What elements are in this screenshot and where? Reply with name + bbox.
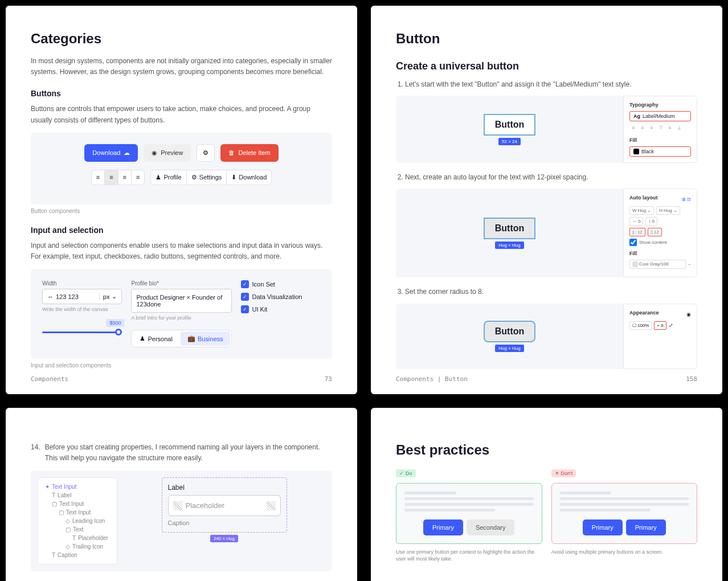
radius-field[interactable]: ⌐ 8 [654, 321, 666, 330]
appearance-panel: Appearance◉ ☐ 100%⌐ 8⤢ [623, 304, 697, 369]
footer-page-number: 158 [686, 375, 697, 383]
check-icon: ✓ [241, 293, 249, 301]
size-badge: 240 × Hug [210, 535, 238, 542]
text-style-field[interactable]: Ag Label/Medium [629, 111, 691, 121]
page-footer: Components | Button 158 [396, 375, 697, 383]
align-top-icon[interactable]: ⊤ [657, 124, 665, 132]
gear-icon: ⚙ [203, 149, 208, 157]
page-button: Button Create a universal button Let's s… [371, 6, 722, 394]
align-bottom-icon[interactable]: ⊥ [675, 124, 683, 132]
visibility-icon[interactable]: ◉ [686, 312, 691, 317]
account-type-tabs: ♟Personal 💼Business [131, 330, 231, 347]
width-input[interactable]: ↔ 123 123 px ⌄ [42, 289, 122, 304]
align-justify-button[interactable]: ≡ [132, 170, 144, 185]
button-preview: Button [484, 218, 536, 239]
business-tab[interactable]: 💼Business [181, 332, 230, 346]
opacity-field[interactable]: ☐ 100% [629, 321, 652, 330]
primary-button-duplicate[interactable]: Primary [626, 519, 666, 535]
step-number: 14. [31, 442, 40, 464]
page-footer: Components 73 [31, 375, 332, 383]
primary-button[interactable]: Primary [423, 519, 463, 535]
tree-item[interactable]: ▢ Text [43, 525, 112, 534]
layout-icons[interactable]: ⊞ ⊡ [682, 197, 691, 202]
do-badge: ✓ Do [396, 469, 416, 477]
secondary-button[interactable]: Secondary [467, 519, 515, 535]
tree-item[interactable]: T Placeholder [43, 534, 112, 542]
step-14: Before you start creating properties, I … [45, 442, 332, 464]
width-hug[interactable]: W Hug ⌄ [629, 206, 654, 215]
input-caption: Input and selection components [31, 362, 332, 369]
page-title: Best practices [396, 442, 697, 458]
page-categories: Categories In most design systems, compo… [6, 6, 357, 394]
checkbox-icon-set[interactable]: ✓Icon Set [241, 280, 321, 288]
user-icon: ♟ [156, 174, 161, 181]
size-badge: Hug × Hug [495, 242, 523, 249]
size-badge: 52 × 24 [498, 138, 521, 145]
bio-textarea[interactable]: Product Designer × Founder of 123done [131, 289, 231, 313]
align-left-icon: ≡ [96, 174, 100, 181]
align-segment-group: ≡ ≡ ≡ ≡ [91, 170, 145, 185]
primary-button[interactable]: Primary [583, 519, 623, 535]
layers-demo: ✦ Text Input T Label ▢ Text Input ▢ Text… [31, 470, 332, 571]
settings-icon-button[interactable]: ⚙ [197, 144, 215, 162]
fill-field[interactable]: Black [629, 146, 691, 157]
step-3: Set the corner radius to 8. [405, 287, 697, 297]
align-left-button[interactable]: ≡ [92, 170, 105, 185]
expand-icon[interactable]: ⤢ [669, 322, 673, 328]
profile-tab[interactable]: ♟Profile [151, 170, 186, 185]
leading-icon-placeholder [173, 501, 182, 510]
checkbox-ui-kit[interactable]: ✓UI Kit [241, 305, 321, 313]
download-button[interactable]: Download ☁ [84, 144, 138, 162]
nav-segment-group: ♟Profile ⚙Settings ⬇Download [150, 170, 272, 185]
show-content-checkbox[interactable] [629, 239, 637, 246]
input-component-preview: Label Placeholder Caption [162, 477, 287, 533]
price-slider[interactable]: $500 [42, 324, 122, 337]
dont-badge: ✕ Don't [551, 469, 576, 477]
align-right-button[interactable]: ≡ [118, 170, 132, 185]
page-title: Categories [31, 31, 332, 47]
delete-button[interactable]: 🗑 Delete Item [220, 144, 278, 162]
tree-item[interactable]: ▢ Text Input [43, 508, 112, 517]
gap-v[interactable]: ↕ 0 [645, 217, 657, 226]
preview-button[interactable]: ◉ Preview [144, 144, 191, 162]
do-column: ✓ Do Primary Secondary Use one primary b… [396, 467, 542, 563]
step1-demo: Button 52 × 24 Typography Ag Label/Mediu… [396, 96, 697, 163]
download-icon: ⬇ [231, 174, 236, 181]
eye-icon: ◉ [152, 149, 157, 157]
height-hug[interactable]: H Hug ⌄ [656, 206, 680, 215]
tree-item[interactable]: ▢ Text Input [43, 500, 112, 508]
checkbox-data-viz[interactable]: ✓Data Visualization [241, 293, 321, 301]
gap-h[interactable]: ↔ 0 [629, 217, 643, 226]
input-desc: Input and selection components enable us… [31, 240, 332, 262]
personal-tab[interactable]: ♟Personal [133, 332, 179, 346]
tree-item[interactable]: ◇ Trailing Icon [43, 542, 112, 551]
dont-column: ✕ Don't Primary Primary Avoid using mult… [551, 467, 698, 563]
tree-item[interactable]: ◇ Leading Icon [43, 517, 112, 525]
settings-tab[interactable]: ⚙Settings [187, 170, 227, 185]
width-help: Write the width of the canvas [42, 306, 122, 312]
padding-v[interactable]: ▯ 12 [648, 228, 662, 236]
buttons-caption: Button components [31, 208, 332, 214]
auto-layout-panel: Auto layout⊞ ⊡ W Hug ⌄H Hug ⌄ ↔ 0↕ 0 |□ … [623, 189, 697, 277]
page-title: Button [396, 31, 697, 47]
do-card: Primary Secondary [396, 483, 542, 544]
align-center-button[interactable]: ≡ [105, 170, 118, 185]
remove-icon[interactable]: − [688, 262, 691, 267]
align-right-icon[interactable]: ≡ [648, 124, 656, 132]
align-middle-icon[interactable]: ≡ [666, 124, 674, 132]
tree-item[interactable]: T Caption [43, 551, 112, 559]
buttons-desc: Buttons are controls that empower users … [31, 104, 332, 125]
check-icon: ✓ [241, 280, 249, 288]
tree-item[interactable]: ✦ Text Input [43, 482, 112, 491]
download-tab[interactable]: ⬇Download [227, 170, 271, 185]
page-best-practices: Best practices ✓ Do Primary Secondary [371, 408, 722, 581]
align-left-icon[interactable]: ≡ [629, 124, 637, 132]
padding-h[interactable]: |□ 12 [629, 228, 645, 236]
fill-field[interactable]: Cool Gray/100 [629, 260, 686, 269]
align-center-icon[interactable]: ≡ [639, 124, 647, 132]
trash-icon: 🗑 [228, 149, 235, 156]
input-heading: Input and selection [31, 226, 332, 235]
intro-text: In most design systems, components are n… [31, 56, 332, 77]
page-layers: 14. Before you start creating properties… [6, 408, 357, 581]
tree-item[interactable]: T Label [43, 491, 112, 500]
